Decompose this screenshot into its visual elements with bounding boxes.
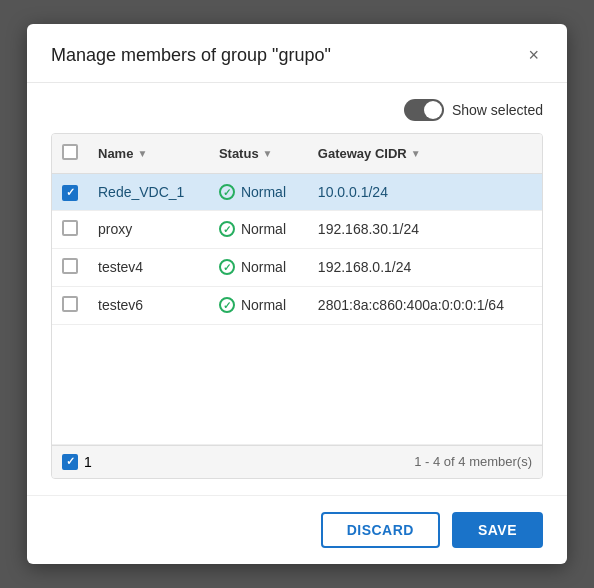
table-row: testev4 ✓ Normal 192.168.0.1/24 [52,248,542,286]
row-2-status: ✓ Normal [209,210,308,248]
header-checkbox[interactable] [62,144,78,160]
show-selected-label: Show selected [452,102,543,118]
modal-body: Show selected Name ▼ [27,83,567,495]
footer-selected-count: 1 [84,454,92,470]
empty-row [52,324,542,444]
row-4-name: testev6 [88,286,209,324]
modal-actions: DISCARD SAVE [27,495,567,564]
modal-title: Manage members of group "grupo" [51,45,331,66]
save-button[interactable]: SAVE [452,512,543,548]
status-filter-icon[interactable]: ▼ [263,148,273,159]
table-footer: 1 1 - 4 of 4 member(s) [52,445,542,478]
row-checkbox-cell [52,286,88,324]
row-1-checkbox[interactable] [62,185,78,201]
modal-header: Manage members of group "grupo" × [27,24,567,83]
col-name[interactable]: Name ▼ [88,134,209,174]
show-selected-toggle-container: Show selected [404,99,543,121]
row-checkbox-cell [52,210,88,248]
row-4-gateway: 2801:8a:c860:400a:0:0:0:1/64 [308,286,542,324]
show-selected-toggle[interactable] [404,99,444,121]
table-row: Rede_VDC_1 ✓ Normal 10.0.0.1/24 [52,174,542,211]
close-button[interactable]: × [524,44,543,66]
status-normal-icon: ✓ [219,259,235,275]
col-status[interactable]: Status ▼ [209,134,308,174]
status-normal-icon: ✓ [219,221,235,237]
row-3-gateway: 192.168.0.1/24 [308,248,542,286]
header-checkbox-cell [52,134,88,174]
status-normal-icon: ✓ [219,184,235,200]
table-header-row: Name ▼ Status ▼ Gateway [52,134,542,174]
col-gateway-cidr[interactable]: Gateway CIDR ▼ [308,134,542,174]
status-normal-icon: ✓ [219,297,235,313]
row-3-checkbox[interactable] [62,258,78,274]
table-row: proxy ✓ Normal 192.168.30.1/24 [52,210,542,248]
row-1-gateway: 10.0.0.1/24 [308,174,542,211]
row-3-name: testev4 [88,248,209,286]
manage-members-modal: Manage members of group "grupo" × Show s… [27,24,567,564]
toggle-thumb [424,101,442,119]
footer-checkbox[interactable] [62,454,78,470]
name-filter-icon[interactable]: ▼ [137,148,147,159]
row-3-status: ✓ Normal [209,248,308,286]
gateway-filter-icon[interactable]: ▼ [411,148,421,159]
row-1-status: ✓ Normal [209,174,308,211]
row-4-checkbox[interactable] [62,296,78,312]
members-table: Name ▼ Status ▼ Gateway [52,134,542,445]
toolbar: Show selected [51,99,543,121]
footer-selected-indicator: 1 [62,454,92,470]
toggle-track [404,99,444,121]
row-1-name: Rede_VDC_1 [88,174,209,211]
pagination-info: 1 - 4 of 4 member(s) [414,454,532,469]
row-checkbox-cell [52,174,88,211]
table-row: testev6 ✓ Normal 2801:8a:c860:400a:0:0:0… [52,286,542,324]
row-4-status: ✓ Normal [209,286,308,324]
discard-button[interactable]: DISCARD [321,512,440,548]
row-2-checkbox[interactable] [62,220,78,236]
row-2-name: proxy [88,210,209,248]
row-2-gateway: 192.168.30.1/24 [308,210,542,248]
members-table-wrapper: Name ▼ Status ▼ Gateway [51,133,543,479]
row-checkbox-cell [52,248,88,286]
